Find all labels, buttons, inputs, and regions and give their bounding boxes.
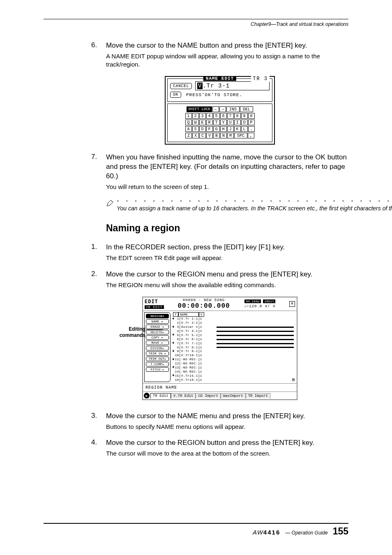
- th-t: T: [173, 312, 178, 317]
- step-4: 4. Move the cursor to the REGION button …: [91, 438, 348, 458]
- track-label: 6[V.Tr 6-1]1: [175, 338, 217, 341]
- key-d[interactable]: D: [199, 126, 206, 132]
- key-7[interactable]: 7: [227, 113, 234, 119]
- key-period[interactable]: .: [248, 126, 255, 132]
- tab-cd-import[interactable]: CD Import: [196, 393, 221, 398]
- key-u[interactable]: U: [227, 120, 234, 125]
- edit-menu: REGION▾ NAME ▸ ERASE ▸ DELETE▸ COPY ▸ MO…: [144, 312, 171, 382]
- track-row[interactable]: ♦ 9[V.Tr 9-1]1: [172, 350, 294, 354]
- track-row[interactable]: ♦ 1[V.Tr 1-1]1: [172, 317, 294, 321]
- key-z[interactable]: Z: [185, 133, 192, 138]
- menu-copy[interactable]: COPY ▸: [146, 335, 169, 340]
- name-edit-title: NAME EDIT: [203, 76, 236, 81]
- menu-trim-out[interactable]: TRIM OUT▸: [146, 357, 169, 361]
- track-row[interactable]: 6[V.Tr 6-1]1: [172, 337, 294, 341]
- menu-t-comp[interactable]: T-COMP▸: [146, 362, 169, 366]
- tab-tr-edit[interactable]: TR Edit: [150, 393, 171, 398]
- key-a[interactable]: A: [185, 126, 192, 132]
- key-8[interactable]: 8: [234, 113, 241, 119]
- track-label: 2[V.Tr 2-1]1: [175, 321, 217, 325]
- key-comma[interactable]: ,: [248, 133, 254, 138]
- name-input[interactable]: V.Tr 3-1: [195, 81, 270, 90]
- menu-delete[interactable]: DELETE▸: [146, 330, 169, 334]
- key-t[interactable]: T: [213, 120, 220, 125]
- key-i[interactable]: I: [234, 120, 241, 125]
- pencil-icon: [106, 199, 117, 212]
- key-1[interactable]: 1: [185, 113, 192, 119]
- track-waveform: [217, 331, 294, 332]
- dots-divider: ● ● ● ● ● ● ● ● ● ● ● ● ● ● ● ● ● ● ● ● …: [117, 199, 392, 203]
- tab-vtr-edit[interactable]: V.TR Edit: [171, 393, 196, 398]
- song-name: 00000 - NEW SONG: [183, 298, 225, 302]
- menu-name[interactable]: NAME ▸: [146, 319, 169, 324]
- name-edit-window: NAME EDIT TR 3 CANCEL V.Tr 3-1 OK PRESS'…: [165, 76, 275, 145]
- track-row[interactable]: 10[V.Tr10-1]1: [172, 354, 294, 358]
- key-o[interactable]: O: [241, 120, 248, 125]
- menu-region[interactable]: REGION▾: [146, 314, 169, 318]
- track-row[interactable]: 4[V.Tr 4-1]1: [172, 329, 294, 333]
- key-arrow-left[interactable]: ←: [212, 106, 219, 112]
- step-number: 6.: [91, 41, 106, 69]
- cancel-button[interactable]: CANCEL: [170, 83, 192, 89]
- scroll-indicator-icon: ▤: [292, 377, 295, 382]
- key-k[interactable]: K: [234, 126, 241, 132]
- track-waveform: [217, 380, 294, 381]
- key-b[interactable]: B: [213, 133, 220, 138]
- tab-wav-import[interactable]: WavImport: [221, 393, 246, 398]
- press-ok-hint: PRESS'OK'TO STORE.: [186, 92, 242, 97]
- key-9[interactable]: 9: [241, 113, 248, 119]
- track-row[interactable]: 16[V.Tr16-1]1: [172, 378, 294, 382]
- key-2[interactable]: 2: [192, 113, 199, 119]
- key-r[interactable]: R: [206, 120, 213, 125]
- ok-button[interactable]: OK: [170, 92, 181, 98]
- shift-lock-key[interactable]: SHIFT LOCK: [187, 106, 212, 112]
- track-row[interactable]: ♦ 3[Guitar 1]1: [172, 325, 294, 329]
- tab-nav-icon[interactable]: ▶: [144, 393, 150, 398]
- track-row[interactable]: 12[-NO REC-]1: [172, 362, 294, 366]
- key-v[interactable]: V: [206, 133, 213, 138]
- track-row[interactable]: ♦13[-NO REC-]1: [172, 366, 294, 370]
- key-del[interactable]: DEL: [240, 106, 253, 112]
- key-j[interactable]: J: [227, 126, 234, 132]
- key-s[interactable]: S: [192, 126, 199, 132]
- track-row[interactable]: 8[V.Tr 8-1]1: [172, 345, 294, 350]
- key-ins[interactable]: INS: [226, 106, 240, 112]
- track-row[interactable]: 2[V.Tr 2-1]1: [172, 321, 294, 325]
- track-row[interactable]: ♦11[-NO REC-]1: [172, 358, 294, 362]
- tab-tr-import[interactable]: TR Import: [246, 393, 271, 398]
- onscreen-keyboard: SHIFT LOCK ← → INS DEL 1 2 3 4 5 6 7 8 9…: [167, 104, 272, 142]
- track-row[interactable]: 14[-NO REC-]1: [172, 370, 294, 374]
- track-waveform: [217, 318, 294, 320]
- key-e[interactable]: E: [199, 120, 206, 125]
- key-w[interactable]: W: [192, 120, 199, 125]
- key-h[interactable]: H: [220, 126, 227, 132]
- key-c[interactable]: C: [199, 133, 206, 138]
- track-waveform: [217, 343, 294, 344]
- key-3[interactable]: 3: [199, 113, 206, 119]
- page-number: 155: [333, 526, 348, 537]
- key-f[interactable]: F: [206, 126, 213, 132]
- key-5[interactable]: 5: [213, 113, 220, 119]
- marker-icon[interactable]: M: [289, 301, 295, 307]
- key-0[interactable]: 0: [248, 113, 255, 119]
- track-row[interactable]: ♦15[V.Tr15-1]1: [172, 374, 294, 378]
- key-x[interactable]: X: [192, 133, 199, 138]
- menu-erase[interactable]: ERASE ▸: [146, 325, 169, 329]
- key-4[interactable]: 4: [206, 113, 213, 119]
- key-y[interactable]: Y: [220, 120, 227, 125]
- key-6[interactable]: 6: [220, 113, 227, 119]
- key-m[interactable]: M: [227, 133, 234, 138]
- track-row[interactable]: ♦ 5[V.Tr 5-1]1: [172, 333, 294, 337]
- key-arrow-right[interactable]: →: [219, 106, 226, 112]
- key-g[interactable]: G: [213, 126, 220, 132]
- key-n[interactable]: N: [220, 133, 227, 138]
- key-q[interactable]: Q: [185, 120, 192, 125]
- track-row[interactable]: ♦ 7[V.Tr 7-1]1: [172, 341, 294, 345]
- menu-trim-in[interactable]: TRIM IN ▸: [146, 351, 169, 356]
- key-l[interactable]: L: [241, 126, 248, 132]
- menu-move[interactable]: MOVE ▸: [146, 341, 169, 345]
- key-p[interactable]: P: [248, 120, 255, 125]
- key-spc[interactable]: SPC: [234, 133, 247, 138]
- menu-divide[interactable]: DIVIDE▸: [146, 346, 169, 350]
- menu-pitch[interactable]: PITCH ▸: [146, 367, 169, 372]
